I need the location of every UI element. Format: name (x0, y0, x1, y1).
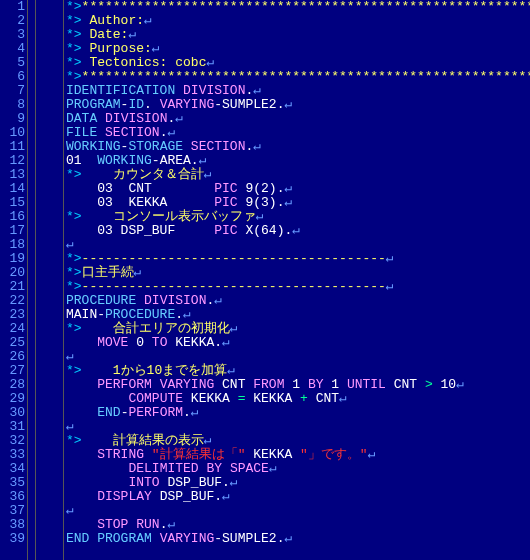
code-line[interactable]: PROCEDURE DIVISION.↵ (66, 294, 530, 308)
code-token: KEKKA (245, 447, 300, 462)
code-line[interactable]: FILE SECTION.↵ (66, 126, 530, 140)
line-number: 32 (0, 434, 25, 448)
code-token (97, 111, 105, 126)
code-line[interactable]: ↵ (66, 238, 530, 252)
code-token (66, 447, 97, 462)
code-token: FILE (66, 125, 97, 140)
eol-marker: ↵ (284, 531, 292, 546)
code-token: PERFORM (97, 377, 152, 392)
code-line[interactable]: *>--------------------------------------… (66, 280, 530, 294)
line-number: 1 (0, 0, 25, 14)
eol-marker: ↵ (128, 27, 136, 42)
code-token: BY (308, 377, 324, 392)
code-line[interactable]: ↵ (66, 350, 530, 364)
code-token: PROGRAM (97, 531, 152, 546)
code-token: *> (66, 279, 82, 294)
code-line[interactable]: 03 DSP_BUF PIC X(64).↵ (66, 224, 530, 238)
code-line[interactable]: IDENTIFICATION DIVISION.↵ (66, 84, 530, 98)
code-token (66, 405, 97, 420)
code-token: 合計エリアの初期化 (82, 321, 230, 336)
code-token: PERFORM (128, 405, 183, 420)
code-line[interactable]: PROGRAM-ID. VARYING-SUMPLE2.↵ (66, 98, 530, 112)
code-token (66, 517, 97, 532)
code-token: *> (66, 321, 82, 336)
code-line[interactable]: DELIMITED BY SPACE↵ (66, 462, 530, 476)
code-line[interactable]: STOP RUN.↵ (66, 518, 530, 532)
code-line[interactable]: *> Tectonics: cobc↵ (66, 56, 530, 70)
code-line[interactable]: MOVE 0 TO KEKKA.↵ (66, 336, 530, 350)
code-line[interactable]: COMPUTE KEKKA = KEKKA + CNT↵ (66, 392, 530, 406)
code-token (66, 489, 97, 504)
code-line[interactable]: DISPLAY DSP_BUF.↵ (66, 490, 530, 504)
code-token (66, 461, 128, 476)
eol-marker: ↵ (183, 307, 191, 322)
line-number: 28 (0, 378, 25, 392)
code-line[interactable]: *> Date:↵ (66, 28, 530, 42)
code-token: PROCEDURE (66, 293, 136, 308)
code-line[interactable]: INTO DSP_BUF.↵ (66, 476, 530, 490)
code-token: *> (66, 433, 82, 448)
code-line[interactable]: ↵ (66, 420, 530, 434)
code-token: DIVISION (144, 293, 206, 308)
code-line[interactable]: 03 KEKKA PIC 9(3).↵ (66, 196, 530, 210)
line-number: 4 (0, 42, 25, 56)
code-token: --------------------------------------- (82, 279, 386, 294)
eol-marker: ↵ (386, 251, 394, 266)
code-line[interactable]: *> Author:↵ (66, 14, 530, 28)
code-token: KEKKA (245, 391, 300, 406)
code-token: Purpose: (82, 41, 152, 56)
code-token: PIC (214, 223, 237, 238)
code-area[interactable]: *>**************************************… (64, 0, 530, 560)
code-line[interactable]: ↵ (66, 504, 530, 518)
code-token (97, 125, 105, 140)
code-line[interactable]: 01 WORKING-AREA.↵ (66, 154, 530, 168)
line-number: 6 (0, 70, 25, 84)
line-number: 26 (0, 350, 25, 364)
code-line[interactable]: WORKING-STORAGE SECTION.↵ (66, 140, 530, 154)
eol-marker: ↵ (222, 489, 230, 504)
line-number: 5 (0, 56, 25, 70)
code-line[interactable]: *> 合計エリアの初期化↵ (66, 322, 530, 336)
eol-marker: ↵ (456, 377, 464, 392)
line-number: 14 (0, 182, 25, 196)
code-token: *> (66, 55, 82, 70)
eol-marker: ↵ (284, 97, 292, 112)
code-line[interactable]: *>**************************************… (66, 0, 530, 14)
code-token: 計算結果の表示 (82, 433, 204, 448)
code-line[interactable]: MAIN-PROCEDURE.↵ (66, 308, 530, 322)
code-token: . (144, 97, 160, 112)
eol-marker: ↵ (339, 391, 347, 406)
code-token (222, 461, 230, 476)
code-token: "」です。" (300, 447, 368, 462)
eol-marker: ↵ (222, 335, 230, 350)
code-line[interactable]: DATA DIVISION.↵ (66, 112, 530, 126)
code-line[interactable]: 03 CNT PIC 9(2).↵ (66, 182, 530, 196)
line-number: 20 (0, 266, 25, 280)
code-token: DIVISION (183, 83, 245, 98)
line-number: 19 (0, 252, 25, 266)
code-token: IDENTIFICATION (66, 83, 175, 98)
code-line[interactable]: *>--------------------------------------… (66, 252, 530, 266)
code-line[interactable]: *> 1から10までを加算↵ (66, 364, 530, 378)
eol-marker: ↵ (66, 503, 74, 518)
code-line[interactable]: *> Purpose:↵ (66, 42, 530, 56)
code-line[interactable]: END PROGRAM VARYING-SUMPLE2.↵ (66, 532, 530, 546)
code-token: CNT (386, 377, 425, 392)
code-token: -AREA. (152, 153, 199, 168)
line-number: 16 (0, 210, 25, 224)
code-token: コンソール表示バッファ (82, 209, 256, 224)
code-line[interactable]: PERFORM VARYING CNT FROM 1 BY 1 UNTIL CN… (66, 378, 530, 392)
code-line[interactable]: *> 計算結果の表示↵ (66, 434, 530, 448)
eol-marker: ↵ (227, 363, 235, 378)
eol-marker: ↵ (253, 139, 261, 154)
code-line[interactable]: STRING "計算結果は「" KEKKA "」です。"↵ (66, 448, 530, 462)
code-editor[interactable]: 1234567891011121314151617181920212223242… (0, 0, 530, 560)
code-token: END (97, 405, 120, 420)
code-line[interactable]: END-PERFORM.↵ (66, 406, 530, 420)
code-line[interactable]: *>口主手続↵ (66, 266, 530, 280)
code-token: PIC (214, 195, 237, 210)
code-line[interactable]: *> コンソール表示バッファ↵ (66, 210, 530, 224)
line-number: 13 (0, 168, 25, 182)
code-line[interactable]: *> カウンタ＆合計↵ (66, 168, 530, 182)
code-line[interactable]: *>**************************************… (66, 70, 530, 84)
